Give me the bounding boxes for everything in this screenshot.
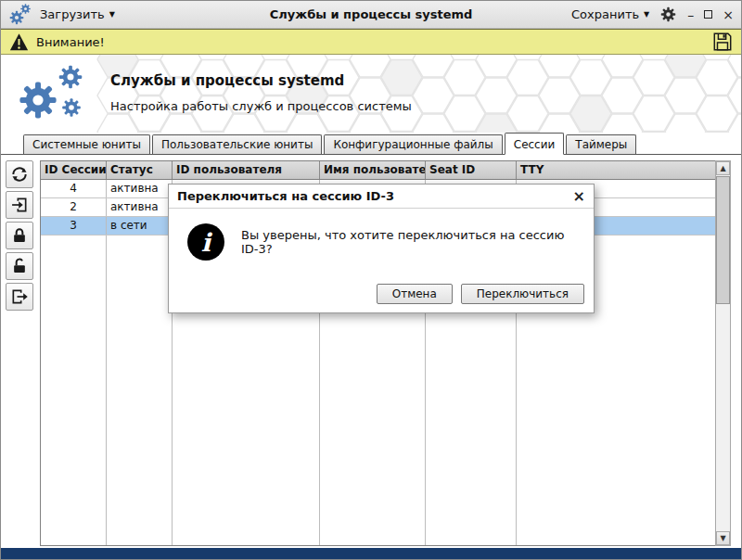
- cell-status: в сети: [107, 217, 173, 235]
- dialog-body: i Вы уверены, что хотите переключиться н…: [169, 209, 594, 261]
- app-window: Загрузить ▼ Службы и процессы systemd Со…: [0, 0, 742, 560]
- unlock-icon: [10, 257, 29, 275]
- tab-bar: Системные юниты Пользовательские юниты К…: [1, 133, 741, 155]
- header-gears-icon: [16, 63, 99, 124]
- hexagon-pattern: [1, 55, 741, 133]
- enter-arrow-icon: [10, 196, 29, 214]
- cell-session-id: 3: [41, 217, 107, 235]
- exit-arrow-icon: [10, 287, 29, 306]
- scroll-down-icon: ▼: [720, 534, 725, 542]
- maximize-icon: [704, 10, 712, 19]
- col-header-status[interactable]: Статус: [107, 161, 173, 179]
- cancel-button[interactable]: Отмена: [377, 284, 453, 304]
- tab-sessions[interactable]: Сессии: [505, 133, 565, 155]
- cell-status: активна: [107, 198, 173, 216]
- app-gears-icon: [8, 3, 32, 27]
- tab-system-units[interactable]: Системные юниты: [23, 134, 150, 154]
- cell-status: активна: [107, 180, 173, 197]
- save-menu-label: Сохранить: [571, 7, 639, 21]
- tab-timers[interactable]: Таймеры: [566, 134, 636, 154]
- save-file-button[interactable]: [712, 32, 733, 52]
- maximize-button[interactable]: [704, 10, 712, 19]
- warning-bar: Внимание!: [1, 29, 741, 55]
- chevron-down-icon: ▼: [109, 11, 115, 19]
- session-toolbar: [6, 160, 35, 311]
- col-header-seat-id[interactable]: Seat ID: [426, 161, 517, 179]
- load-menu-label: Загрузить: [40, 7, 105, 21]
- refresh-icon: [10, 165, 29, 184]
- col-header-tty[interactable]: TTY: [517, 161, 716, 179]
- save-menu-button[interactable]: Сохранить ▼: [571, 7, 649, 21]
- tab-user-units[interactable]: Пользовательские юниты: [152, 134, 322, 154]
- vertical-scrollbar[interactable]: ▲ ▼: [715, 160, 731, 546]
- confirm-switch-button[interactable]: Переключиться: [461, 284, 584, 304]
- warning-label: Внимание!: [36, 35, 105, 49]
- dialog-message: Вы уверены, что хотите переключиться на …: [241, 228, 575, 256]
- minimize-button[interactable]: –: [687, 8, 694, 21]
- lock-session-button[interactable]: [6, 222, 33, 249]
- switch-session-dialog: Переключиться на сессию ID-3 × i Вы увер…: [168, 184, 595, 313]
- warning-triangle-icon: [9, 32, 29, 52]
- refresh-button[interactable]: [6, 160, 33, 188]
- dialog-titlebar: Переключиться на сессию ID-3 ×: [169, 185, 594, 209]
- terminate-session-button[interactable]: [6, 283, 33, 311]
- cell-session-id: 2: [41, 198, 107, 216]
- scrollbar-thumb[interactable]: [716, 176, 730, 304]
- info-icon: i: [187, 223, 224, 261]
- scroll-up-icon: ▲: [720, 164, 725, 172]
- status-bar: [1, 548, 741, 559]
- col-header-user-name[interactable]: Имя пользователя: [320, 161, 426, 179]
- scroll-down-button[interactable]: ▼: [716, 531, 730, 545]
- chevron-down-icon: ▼: [644, 11, 649, 19]
- lock-icon: [10, 226, 29, 245]
- unlock-session-button[interactable]: [6, 252, 33, 280]
- close-button[interactable]: ×: [723, 8, 734, 21]
- page-header: Службы и процессы systemd Настройка рабо…: [1, 55, 741, 133]
- cell-session-id: 4: [41, 180, 107, 197]
- col-header-user-id[interactable]: ID пользователя: [173, 161, 320, 179]
- tab-config-files[interactable]: Конфигурационные файлы: [324, 134, 502, 154]
- table-header: ID Сессии Статус ID пользователя Имя пол…: [41, 161, 716, 180]
- load-menu-button[interactable]: Загрузить ▼: [40, 7, 115, 21]
- dialog-close-icon[interactable]: ×: [573, 189, 585, 204]
- scroll-up-button[interactable]: ▲: [716, 161, 730, 175]
- page-title: Службы и процессы systemd: [110, 72, 344, 89]
- switch-session-button[interactable]: [6, 191, 33, 219]
- titlebar: Загрузить ▼ Службы и процессы systemd Со…: [1, 1, 741, 29]
- dialog-title: Переключиться на сессию ID-3: [177, 189, 394, 203]
- dialog-actions: Отмена Переключиться: [377, 284, 584, 304]
- settings-gear-icon[interactable]: [659, 6, 677, 23]
- page-subtitle: Настройка работы служб и процессов систе…: [110, 99, 412, 113]
- col-header-session-id[interactable]: ID Сессии: [41, 161, 107, 179]
